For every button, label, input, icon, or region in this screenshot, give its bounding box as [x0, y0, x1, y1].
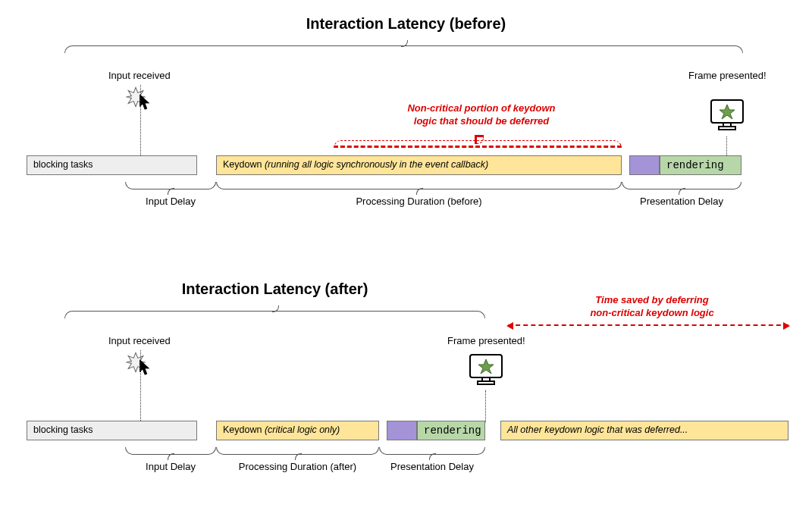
brace-processing	[216, 447, 379, 455]
blocking-tasks-bar: blocking tasks	[27, 155, 197, 175]
brace-presentation	[622, 182, 741, 189]
presentation-label: Presentation Delay	[390, 461, 474, 472]
input-received-label: Input received	[108, 70, 171, 81]
input-marker-line	[140, 85, 141, 157]
blocking-tasks-bar: blocking tasks	[27, 421, 197, 440]
input-marker-line	[140, 350, 141, 422]
purple-bar	[629, 155, 660, 175]
monitor-icon	[469, 353, 503, 387]
frame-marker-line	[485, 390, 486, 422]
keydown-bar: Keydown (critical logic only)	[216, 421, 379, 440]
monitor-icon	[710, 99, 745, 132]
rendering-bar: rendering	[417, 421, 485, 440]
frame-presented-label: Frame presented!	[688, 70, 767, 81]
purple-bar	[387, 421, 417, 440]
brace-processing	[216, 182, 622, 189]
svg-rect-3	[719, 127, 735, 130]
input-received-label: Input received	[108, 335, 171, 346]
brace-input-delay	[125, 447, 216, 455]
annotation-text: Non-critical portion of keydownlogic tha…	[387, 102, 576, 128]
frame-marker-line	[726, 136, 727, 157]
after-title: Interaction Latency (after)	[15, 280, 535, 298]
presentation-label: Presentation Delay	[640, 196, 723, 207]
before-title: Interaction Latency (before)	[15, 15, 797, 33]
keydown-bar: Keydown (running all logic synchronously…	[216, 155, 622, 175]
brace-input-delay	[125, 182, 216, 189]
before-section: Interaction Latency (before) Input recei…	[15, 15, 797, 250]
annotation-text: Time saved by deferringnon-critical keyd…	[572, 294, 732, 320]
annotation-brace	[334, 140, 622, 148]
time-saved-arrow	[508, 324, 788, 326]
brace-presentation	[379, 447, 485, 455]
rendering-bar: rendering	[660, 155, 741, 175]
before-timeline: blocking tasks Keydown (running all logi…	[15, 155, 797, 177]
after-timeline: blocking tasks Keydown (critical logic o…	[15, 421, 797, 442]
processing-label: Processing Duration (after)	[239, 461, 356, 472]
processing-label: Processing Duration (before)	[356, 196, 481, 207]
frame-presented-label: Frame presented!	[447, 335, 525, 346]
svg-rect-8	[478, 381, 494, 384]
brace-total-after	[64, 311, 485, 318]
input-delay-label: Input Delay	[146, 461, 196, 472]
deferred-bar: All other keydown logic that was deferre…	[500, 421, 788, 440]
brace-total-before	[64, 45, 743, 53]
input-delay-label: Input Delay	[146, 196, 196, 207]
after-section: Interaction Latency (after) Input receiv…	[15, 280, 797, 515]
